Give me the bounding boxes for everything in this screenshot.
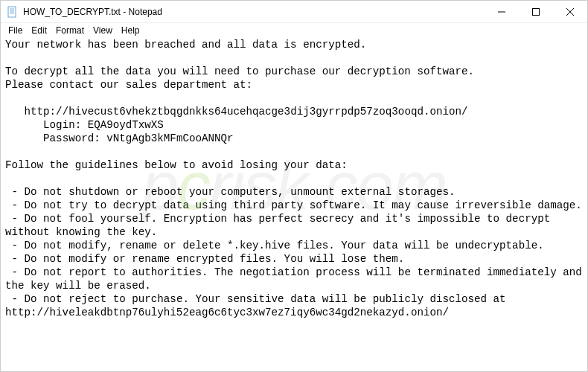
menu-view[interactable]: View	[89, 25, 117, 36]
window-controls	[485, 1, 587, 22]
menubar: File Edit Format View Help	[1, 23, 587, 38]
window-title: HOW_TO_DECRYPT.txt - Notepad	[23, 7, 485, 17]
menu-format[interactable]: Format	[51, 25, 89, 36]
minimize-button[interactable]	[485, 1, 519, 22]
menu-help[interactable]: Help	[117, 25, 144, 36]
titlebar: HOW_TO_DECRYPT.txt - Notepad	[1, 1, 587, 23]
menu-file[interactable]: File	[4, 25, 27, 36]
close-button[interactable]	[553, 1, 587, 22]
maximize-button[interactable]	[519, 1, 553, 22]
svg-rect-6	[533, 8, 540, 15]
menu-edit[interactable]: Edit	[27, 25, 51, 36]
text-area[interactable]: Your network has been breached and all d…	[1, 38, 587, 372]
notepad-icon	[7, 6, 19, 18]
